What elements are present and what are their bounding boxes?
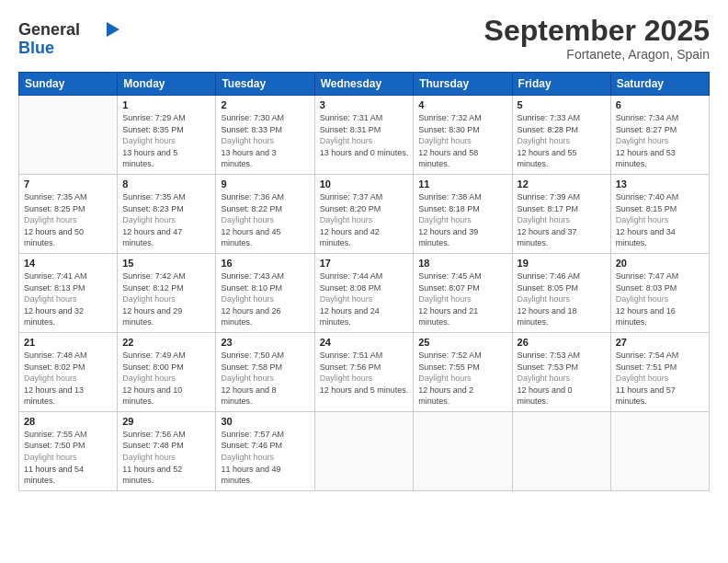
day-number: 28	[24, 416, 112, 427]
day-cell: 22Sunrise: 7:49 AMSunset: 8:00 PMDayligh…	[118, 332, 216, 411]
day-number: 16	[221, 258, 309, 269]
svg-text:Blue: Blue	[18, 39, 54, 57]
day-number: 22	[122, 337, 210, 348]
day-number: 15	[122, 258, 210, 269]
daylight-label: Daylight hours	[221, 373, 274, 383]
weekday-wednesday: Wednesday	[314, 73, 414, 96]
daylight-label: Daylight hours	[24, 215, 77, 224]
week-row-2: 7Sunrise: 7:35 AMSunset: 8:25 PMDaylight…	[19, 174, 710, 253]
daylight-label: Daylight hours	[320, 294, 373, 304]
weekday-sunday: Sunday	[19, 73, 118, 96]
day-info: Sunrise: 7:34 AMSunset: 8:27 PMDaylight …	[616, 112, 704, 170]
day-number: 24	[320, 337, 409, 348]
daylight-label: Daylight hours	[122, 215, 176, 224]
daylight-label: Daylight hours	[518, 136, 571, 145]
day-info: Sunrise: 7:46 AMSunset: 8:05 PMDaylight …	[518, 270, 606, 328]
daylight-label: Daylight hours	[221, 453, 274, 462]
daylight-label: Daylight hours	[122, 294, 176, 304]
day-info: Sunrise: 7:32 AMSunset: 8:30 PMDaylight …	[418, 112, 506, 170]
day-number: 30	[221, 416, 309, 427]
day-number: 6	[616, 99, 704, 110]
day-cell: 13Sunrise: 7:40 AMSunset: 8:15 PMDayligh…	[610, 174, 709, 253]
day-info: Sunrise: 7:49 AMSunset: 8:00 PMDaylight …	[122, 350, 210, 408]
day-info: Sunrise: 7:47 AMSunset: 8:03 PMDaylight …	[616, 270, 704, 328]
daylight-label: Daylight hours	[518, 215, 571, 224]
location: Fortanete, Aragon, Spain	[484, 47, 710, 62]
day-number: 13	[616, 178, 704, 190]
day-cell: 27Sunrise: 7:54 AMSunset: 7:51 PMDayligh…	[610, 332, 709, 411]
day-cell: 15Sunrise: 7:42 AMSunset: 8:12 PMDayligh…	[118, 253, 216, 332]
day-info: Sunrise: 7:35 AMSunset: 8:23 PMDaylight …	[122, 191, 210, 249]
day-cell: 5Sunrise: 7:33 AMSunset: 8:28 PMDaylight…	[512, 96, 610, 175]
day-cell: 17Sunrise: 7:44 AMSunset: 8:08 PMDayligh…	[314, 253, 414, 332]
daylight-label: Daylight hours	[616, 215, 669, 224]
logo-svg: General Blue	[18, 15, 119, 59]
day-info: Sunrise: 7:29 AMSunset: 8:35 PMDaylight …	[122, 112, 210, 170]
day-cell: 9Sunrise: 7:36 AMSunset: 8:22 PMDaylight…	[216, 174, 314, 253]
day-number: 7	[24, 178, 112, 190]
day-info: Sunrise: 7:44 AMSunset: 8:08 PMDaylight …	[320, 270, 409, 328]
weekday-thursday: Thursday	[414, 73, 512, 96]
day-cell: 4Sunrise: 7:32 AMSunset: 8:30 PMDaylight…	[414, 96, 512, 175]
day-info: Sunrise: 7:43 AMSunset: 8:10 PMDaylight …	[221, 270, 309, 328]
daylight-label: Daylight hours	[24, 373, 77, 383]
day-cell: 12Sunrise: 7:39 AMSunset: 8:17 PMDayligh…	[512, 174, 610, 253]
day-number: 12	[518, 178, 606, 190]
day-info: Sunrise: 7:41 AMSunset: 8:13 PMDaylight …	[24, 270, 112, 328]
day-number: 23	[221, 337, 309, 348]
day-number: 2	[221, 99, 309, 110]
day-cell: 6Sunrise: 7:34 AMSunset: 8:27 PMDaylight…	[610, 96, 709, 175]
weekday-friday: Friday	[512, 73, 610, 96]
daylight-label: Daylight hours	[518, 294, 571, 304]
day-cell: 21Sunrise: 7:48 AMSunset: 8:02 PMDayligh…	[19, 332, 118, 411]
title-block: September 2025 Fortanete, Aragon, Spain	[484, 15, 710, 62]
daylight-label: Daylight hours	[616, 373, 669, 383]
month-title: September 2025	[484, 15, 710, 47]
day-number: 21	[24, 337, 112, 348]
day-cell: 30Sunrise: 7:57 AMSunset: 7:46 PMDayligh…	[216, 411, 314, 490]
daylight-label: Daylight hours	[320, 215, 373, 224]
day-info: Sunrise: 7:57 AMSunset: 7:46 PMDaylight …	[221, 429, 309, 487]
svg-marker-1	[107, 22, 119, 37]
day-cell	[314, 411, 414, 490]
day-info: Sunrise: 7:52 AMSunset: 7:55 PMDaylight …	[418, 350, 506, 408]
day-cell: 24Sunrise: 7:51 AMSunset: 7:56 PMDayligh…	[314, 332, 414, 411]
daylight-label: Daylight hours	[221, 215, 274, 224]
daylight-label: Daylight hours	[418, 215, 472, 224]
week-row-3: 14Sunrise: 7:41 AMSunset: 8:13 PMDayligh…	[19, 253, 710, 332]
day-info: Sunrise: 7:33 AMSunset: 8:28 PMDaylight …	[518, 112, 606, 170]
day-cell: 3Sunrise: 7:31 AMSunset: 8:31 PMDaylight…	[314, 96, 414, 175]
weekday-monday: Monday	[118, 73, 216, 96]
day-info: Sunrise: 7:39 AMSunset: 8:17 PMDaylight …	[518, 191, 606, 249]
calendar-table: SundayMondayTuesdayWednesdayThursdayFrid…	[18, 72, 710, 491]
daylight-label: Daylight hours	[518, 373, 571, 383]
day-cell: 1Sunrise: 7:29 AMSunset: 8:35 PMDaylight…	[118, 96, 216, 175]
day-number: 9	[221, 178, 309, 190]
daylight-label: Daylight hours	[221, 136, 274, 145]
day-number: 26	[518, 337, 606, 348]
day-info: Sunrise: 7:35 AMSunset: 8:25 PMDaylight …	[24, 191, 112, 249]
day-number: 29	[122, 416, 210, 427]
day-number: 14	[24, 258, 112, 269]
weekday-tuesday: Tuesday	[216, 73, 314, 96]
day-number: 8	[122, 178, 210, 190]
day-info: Sunrise: 7:42 AMSunset: 8:12 PMDaylight …	[122, 270, 210, 328]
day-info: Sunrise: 7:40 AMSunset: 8:15 PMDaylight …	[616, 191, 704, 249]
day-cell: 25Sunrise: 7:52 AMSunset: 7:55 PMDayligh…	[414, 332, 512, 411]
daylight-label: Daylight hours	[616, 136, 669, 145]
calendar-body: 1Sunrise: 7:29 AMSunset: 8:35 PMDaylight…	[19, 96, 710, 491]
day-number: 18	[418, 258, 506, 269]
week-row-5: 28Sunrise: 7:55 AMSunset: 7:50 PMDayligh…	[19, 411, 710, 490]
day-cell: 29Sunrise: 7:56 AMSunset: 7:48 PMDayligh…	[118, 411, 216, 490]
weekday-header-row: SundayMondayTuesdayWednesdayThursdayFrid…	[19, 73, 710, 96]
header: General Blue September 2025 Fortanete, A…	[18, 15, 710, 63]
daylight-label: Daylight hours	[24, 294, 77, 304]
day-number: 17	[320, 258, 409, 269]
week-row-1: 1Sunrise: 7:29 AMSunset: 8:35 PMDaylight…	[19, 96, 710, 175]
daylight-label: Daylight hours	[418, 136, 472, 145]
day-number: 27	[616, 337, 704, 348]
day-cell	[512, 411, 610, 490]
day-number: 4	[418, 99, 506, 110]
day-number: 19	[518, 258, 606, 269]
day-info: Sunrise: 7:37 AMSunset: 8:20 PMDaylight …	[320, 191, 409, 249]
